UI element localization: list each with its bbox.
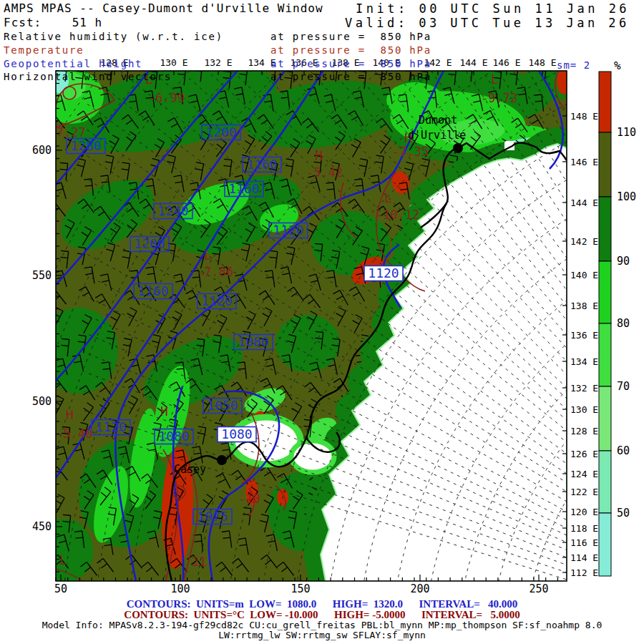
station-name: Dumont bbox=[419, 114, 457, 127]
geo-contour-label: 1120 bbox=[364, 265, 403, 281]
station-dot bbox=[217, 455, 227, 465]
contour-info-temperature: CONTOURS: UNITS=°C LOW= -10.000 HIGH= -5… bbox=[0, 610, 644, 620]
temp-extremum-value: -5.42 bbox=[306, 165, 343, 180]
field-label-geo: Geopotential height bbox=[4, 59, 142, 69]
y-axis-tick-label: 600 bbox=[32, 144, 52, 157]
colorbar-tick-label: 50 bbox=[617, 507, 630, 519]
temp-extremum-mark: L bbox=[59, 552, 67, 567]
station-name: Casey bbox=[174, 463, 206, 476]
field-label-wind: Horizontal wind vectors bbox=[4, 72, 172, 82]
svg-text:1160: 1160 bbox=[137, 283, 168, 298]
temp-extremum-mark: H bbox=[315, 148, 323, 163]
svg-text:1080: 1080 bbox=[238, 334, 268, 349]
colorbar-segment bbox=[599, 513, 611, 576]
svg-text:1280: 1280 bbox=[70, 138, 101, 153]
field-label-temp: Temperature bbox=[4, 45, 84, 55]
field-pressure-geo: at pressure = 850 hPa bbox=[270, 59, 431, 69]
geo-contour-label: 1160 bbox=[243, 157, 281, 172]
x-axis-tick-label: 250 bbox=[529, 582, 548, 595]
physics-info: LW:rrtmg_lw SW:rrtmg_sw SFLAY:sf_mynn bbox=[0, 630, 644, 640]
forecast-hour: Fcst: 51 h bbox=[4, 17, 102, 29]
colorbar-segment bbox=[599, 451, 611, 513]
field-pressure-wind: at pressure = 850 hPa bbox=[270, 72, 431, 82]
temp-extremum-value: -7.86 bbox=[197, 265, 233, 279]
svg-text:1080: 1080 bbox=[158, 429, 189, 444]
right-meridian-label: 128 E bbox=[570, 426, 598, 436]
contour-info-geopotential: CONTOURS: UNITS=m LOW= 1080.0 HIGH= 1320… bbox=[0, 599, 644, 610]
field-pressure-rh: at pressure = 850 hPa bbox=[270, 31, 431, 42]
colorbar-tick-label: 70 bbox=[617, 380, 630, 393]
field-pressure-temp: at pressure = 850 hPa bbox=[270, 45, 431, 55]
right-meridian-label: 130 E bbox=[570, 404, 598, 415]
geo-contour-label: 1160 bbox=[225, 181, 263, 197]
valid-time: Valid: 03 UTC Tue 13 Jan 26 bbox=[345, 17, 630, 29]
station-name: d'Urville bbox=[408, 129, 466, 142]
geo-contour-label: 1080 bbox=[218, 426, 256, 442]
temp-extremum-mark: H bbox=[160, 404, 168, 419]
x-axis-tick-label: 50 bbox=[54, 582, 67, 595]
right-meridian-label: 118 E bbox=[570, 523, 598, 534]
temp-extremum-mark: L bbox=[384, 190, 392, 205]
geo-contour-label: 1120 bbox=[92, 419, 130, 435]
geo-contour-label: 1280 bbox=[67, 138, 105, 154]
right-meridian-label: 122 E bbox=[570, 487, 598, 497]
geo-contour-label: 1080 bbox=[234, 334, 273, 350]
top-meridian-label: 144 E bbox=[459, 57, 487, 68]
geo-contour-label: 1160 bbox=[134, 283, 172, 299]
svg-text:1050: 1050 bbox=[207, 398, 238, 413]
station-dot bbox=[453, 143, 463, 153]
colorbar-tick-label: 90 bbox=[617, 255, 630, 268]
temp-extremum-value: 7.27 bbox=[57, 125, 86, 140]
right-meridian-label: 120 E bbox=[570, 507, 598, 517]
temp-extremum-value: -7.35 bbox=[392, 145, 429, 159]
geo-contour-label: 1120 bbox=[197, 293, 236, 309]
right-meridian-label: 146 E bbox=[570, 157, 598, 167]
geo-contour-label: 1200 bbox=[202, 125, 240, 140]
right-meridian-label: 116 E bbox=[570, 537, 598, 548]
init-time: Init: 00 UTC Sun 11 Jan 26 bbox=[356, 3, 630, 15]
right-meridian-label: 138 E bbox=[570, 301, 598, 311]
x-axis-tick-label: 100 bbox=[170, 582, 190, 595]
temp-extremum-value: -6.99 bbox=[148, 91, 185, 105]
plot-title: AMPS MPAS -- Casey-Dumont d'Urville Wind… bbox=[4, 3, 323, 14]
map-base bbox=[0, 0, 644, 644]
temp-extremum-value: -5.40 bbox=[56, 426, 92, 441]
top-meridian-label: 148 E bbox=[528, 57, 556, 68]
geo-contour-label: 1240 bbox=[154, 203, 192, 219]
right-meridian-label: 114 E bbox=[570, 552, 598, 563]
right-meridian-label: 134 E bbox=[570, 356, 598, 367]
temp-extremum-value: -10 bbox=[238, 492, 260, 506]
svg-text:1075: 1075 bbox=[197, 509, 228, 524]
colorbar-segment bbox=[599, 132, 611, 197]
right-meridian-label: 126 E bbox=[570, 449, 598, 459]
top-meridian-label: 146 E bbox=[492, 57, 520, 68]
geo-contour-label: 1120 bbox=[269, 223, 308, 238]
geo-contour-label: 1080 bbox=[155, 429, 193, 444]
svg-text:1120: 1120 bbox=[273, 223, 303, 238]
svg-text:1120: 1120 bbox=[368, 265, 399, 280]
temp-extremum-mark: L bbox=[204, 248, 212, 263]
right-meridian-label: 112 E bbox=[570, 567, 598, 578]
right-meridian-label: 140 E bbox=[570, 270, 598, 280]
colorbar-tick-label: 100 bbox=[617, 190, 636, 203]
colorbar-tick-label: 80 bbox=[617, 317, 630, 330]
colorbar-unit: % bbox=[614, 59, 621, 72]
smoothing-label: sm= 2 bbox=[557, 60, 590, 70]
svg-text:1160: 1160 bbox=[228, 181, 259, 196]
right-meridian-label: 136 E bbox=[570, 330, 598, 341]
right-meridian-label: 144 E bbox=[570, 197, 598, 208]
model-info: Model Info: MPASv8.2.3-194-gf29cd82c CU:… bbox=[0, 620, 644, 630]
x-axis-tick-label: 200 bbox=[410, 582, 429, 595]
top-meridian-label: 132 E bbox=[204, 57, 232, 68]
svg-text:1080: 1080 bbox=[221, 426, 252, 441]
temp-extremum-value: 21 bbox=[192, 555, 206, 569]
temp-extremum-mark: H bbox=[66, 407, 74, 422]
temp-extremum-mark: L bbox=[491, 72, 499, 87]
y-axis-tick-label: 500 bbox=[32, 395, 52, 408]
right-meridian-label: 132 E bbox=[570, 383, 598, 394]
svg-text:1200: 1200 bbox=[205, 125, 236, 140]
colorbar-tick-label: 110 bbox=[617, 126, 636, 139]
colorbar-segment bbox=[599, 72, 611, 132]
field-label-rh: Relative humidity (w.r.t. ice) bbox=[4, 31, 223, 42]
svg-text:1120: 1120 bbox=[201, 293, 232, 308]
